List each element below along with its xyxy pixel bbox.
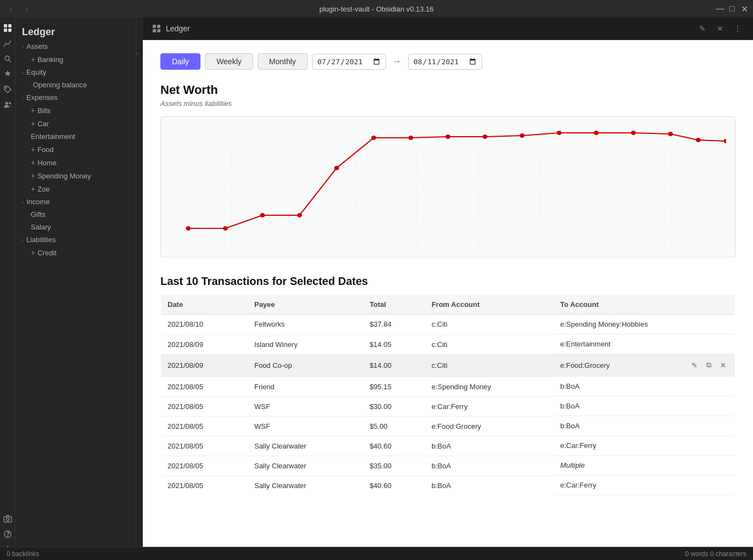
close-panel-button[interactable]: ✕ bbox=[713, 22, 727, 35]
sidebar-item-label: Opening balance bbox=[33, 81, 87, 89]
tree-item-food[interactable]: + Food bbox=[15, 143, 136, 156]
tree-item-salary[interactable]: Salary bbox=[15, 221, 136, 233]
start-date-input[interactable] bbox=[312, 54, 386, 70]
table-row[interactable]: 2021/08/05WSF$5.00e:Food:Groceryb:BoA bbox=[161, 416, 735, 436]
net-worth-title: Net Worth bbox=[160, 83, 735, 97]
svg-rect-15 bbox=[153, 29, 156, 32]
expand-icon: + bbox=[31, 119, 35, 128]
tree-item-opening-balance[interactable]: Opening balance bbox=[15, 79, 136, 91]
tree-item-income[interactable]: - Income bbox=[15, 195, 136, 208]
table-row[interactable]: 2021/08/05Sally Clearwater$40.60b:BoAe:C… bbox=[161, 436, 735, 456]
sidebar-item-label: Zoe bbox=[37, 185, 49, 193]
more-options-button[interactable]: ⋮ bbox=[731, 22, 744, 35]
daily-button[interactable]: Daily bbox=[160, 53, 200, 70]
close-button[interactable]: ✕ bbox=[740, 4, 749, 13]
sidebar-item-label: Food bbox=[37, 145, 54, 154]
rail-icon-star[interactable] bbox=[2, 68, 14, 80]
svg-point-10 bbox=[6, 518, 9, 521]
tree-item-zoe[interactable]: + Zoe bbox=[15, 182, 136, 195]
table-row[interactable]: 2021/08/09Food Co-op$14.00c:Citie:Food:G… bbox=[161, 354, 735, 377]
table-row[interactable]: 2021/08/05Friend$95.15e:Spending Moneyb:… bbox=[161, 377, 735, 396]
rail-icon-graph[interactable] bbox=[2, 37, 14, 49]
svg-rect-1 bbox=[8, 24, 12, 27]
tree-item-home[interactable]: + Home bbox=[15, 156, 136, 169]
prefix-icon: - bbox=[22, 198, 24, 206]
rail-icon-tag[interactable] bbox=[2, 83, 14, 96]
col-payee: Payee bbox=[248, 295, 363, 315]
svg-rect-2 bbox=[4, 29, 7, 32]
rail-icon-help[interactable] bbox=[2, 528, 14, 540]
edit-button[interactable]: ✎ bbox=[696, 22, 709, 35]
svg-point-35 bbox=[371, 136, 376, 140]
date-arrow: → bbox=[393, 57, 401, 66]
expand-icon: + bbox=[31, 184, 35, 193]
tree-item-bills[interactable]: + Bills bbox=[15, 104, 136, 117]
table-row[interactable]: 2021/08/10Feltworks$37.84c:Citie:Spendin… bbox=[161, 315, 735, 335]
table-row[interactable]: 2021/08/05Sally Clearwater$35.00b:BoAMul… bbox=[161, 456, 735, 475]
sidebar-item-label: Credit bbox=[37, 249, 57, 257]
svg-rect-16 bbox=[157, 29, 160, 32]
tree-item-equity[interactable]: - Equity bbox=[15, 66, 136, 79]
row-actions: ✎⧉✕ bbox=[689, 360, 728, 371]
rail-icon-search[interactable] bbox=[2, 53, 14, 65]
svg-line-5 bbox=[9, 60, 11, 62]
main-panel: Ledger ✎ ✕ ⋮ Daily Weekly Monthly → Net … bbox=[143, 18, 753, 560]
svg-point-37 bbox=[445, 135, 450, 139]
tree-item-assets[interactable]: - Assets bbox=[15, 40, 136, 53]
table-header-row: Date Payee Total From Account To Account bbox=[161, 295, 735, 315]
titlebar: ‹ › plugin-test-vault - Obsidian v0.13.1… bbox=[0, 0, 753, 18]
copy-row-button[interactable]: ⧉ bbox=[703, 360, 714, 371]
rail-icon-people[interactable] bbox=[2, 99, 14, 111]
tree-item-entertainment[interactable]: Entertainment bbox=[15, 130, 136, 143]
svg-point-32 bbox=[260, 213, 265, 217]
tree-item-banking[interactable]: + Banking bbox=[15, 53, 136, 66]
svg-point-31 bbox=[223, 226, 228, 231]
weekly-button[interactable]: Weekly bbox=[205, 53, 253, 70]
monthly-button[interactable]: Monthly bbox=[258, 53, 308, 70]
expand-icon: + bbox=[31, 158, 35, 167]
net-worth-subtitle: Assets minus liabilities bbox=[160, 99, 735, 108]
svg-point-33 bbox=[297, 213, 302, 217]
sidebar-item-label: Bills bbox=[37, 107, 51, 115]
panel-title: Ledger bbox=[166, 24, 190, 33]
prefix-icon: - bbox=[22, 69, 24, 76]
maximize-button[interactable]: □ bbox=[728, 4, 737, 13]
icon-rail bbox=[0, 18, 15, 560]
edit-row-button[interactable]: ✎ bbox=[689, 360, 700, 371]
svg-point-38 bbox=[483, 135, 488, 139]
ledger-icon bbox=[152, 24, 161, 33]
expand-icon: + bbox=[31, 106, 35, 115]
sidebar-item-label: Banking bbox=[37, 55, 63, 64]
sidebar: Ledger - Assets + Banking - Equity Openi… bbox=[15, 18, 136, 560]
table-row[interactable]: 2021/08/05Sally Clearwater$40.60b:BoAe:C… bbox=[161, 475, 735, 496]
back-button[interactable]: ‹ bbox=[4, 2, 18, 15]
col-date: Date bbox=[161, 295, 248, 315]
rail-icon-ledger[interactable] bbox=[2, 22, 14, 34]
tree-item-credit[interactable]: + Credit bbox=[15, 246, 136, 259]
table-row[interactable]: 2021/08/09Island Winery$14.05c:Citie:Ent… bbox=[161, 334, 735, 354]
sidebar-item-label: Income bbox=[26, 198, 50, 206]
tree-item-gifts[interactable]: Gifts bbox=[15, 208, 136, 221]
backlinks-count: 0 backlinks bbox=[7, 550, 39, 558]
minimize-button[interactable]: — bbox=[716, 4, 724, 13]
period-bar: Daily Weekly Monthly → bbox=[160, 53, 735, 70]
svg-rect-13 bbox=[153, 25, 156, 28]
svg-rect-9 bbox=[4, 517, 12, 522]
forward-button[interactable]: › bbox=[20, 2, 33, 15]
end-date-input[interactable] bbox=[408, 54, 482, 70]
tree-item-liabilities[interactable]: - Liabilities bbox=[15, 233, 136, 246]
svg-point-30 bbox=[186, 226, 191, 231]
sidebar-item-label: Liabilities bbox=[26, 236, 55, 244]
sidebar-toggle[interactable]: › bbox=[136, 51, 138, 57]
word-char-count: 0 words 0 characters bbox=[685, 550, 746, 558]
tree-item-expenses[interactable]: - Expenses bbox=[15, 91, 136, 104]
delete-row-button[interactable]: ✕ bbox=[717, 360, 728, 371]
tree-item-car[interactable]: + Car bbox=[15, 117, 136, 130]
tree-item-spending-money[interactable]: + Spending Money bbox=[15, 169, 136, 182]
rail-icon-camera[interactable] bbox=[2, 513, 14, 525]
transactions-table: Date Payee Total From Account To Account… bbox=[160, 294, 735, 496]
svg-rect-3 bbox=[8, 29, 12, 32]
prefix-icon: - bbox=[22, 236, 24, 244]
table-row[interactable]: 2021/08/05WSF$30.00e:Car:Ferryb:BoA bbox=[161, 396, 735, 416]
content-area: Daily Weekly Monthly → Net Worth Assets … bbox=[143, 40, 753, 560]
